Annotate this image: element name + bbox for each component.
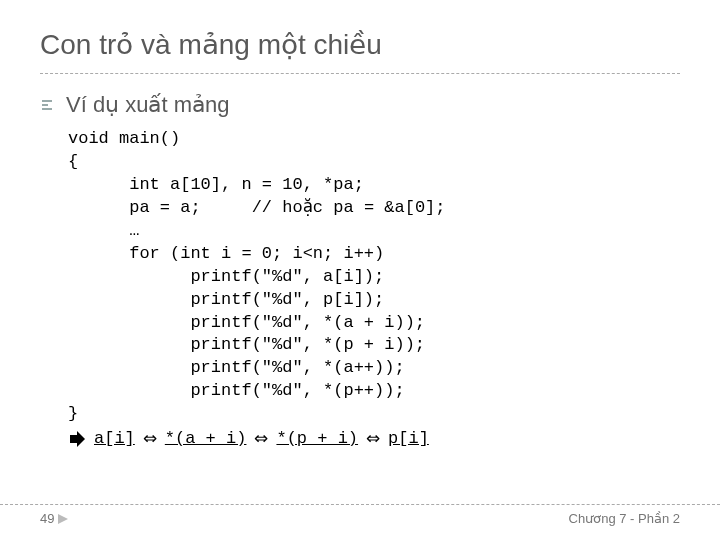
code-block: void main() { int a[10], n = 10, *pa; pa… [68, 128, 680, 426]
arrow-right-icon [68, 430, 86, 448]
summary-p3: *(p + i) [276, 429, 358, 448]
footer-left: 49 [40, 511, 68, 526]
summary-p4: p[i] [388, 429, 429, 448]
bullet-icon [40, 97, 56, 113]
equiv-icon: ⇔ [366, 428, 380, 449]
svg-marker-3 [58, 514, 68, 524]
footer-chapter: Chương 7 - Phần 2 [569, 511, 680, 526]
summary-row: a[i] ⇔ *(a + i) ⇔ *(p + i) ⇔ p[i] [68, 428, 680, 449]
slide-title: Con trỏ và mảng một chiều [40, 28, 680, 74]
equiv-icon: ⇔ [143, 428, 157, 449]
footer: 49 Chương 7 - Phần 2 [0, 504, 720, 526]
equiv-icon: ⇔ [254, 428, 268, 449]
subtitle-row: Ví dụ xuất mảng [40, 92, 680, 118]
summary-p1: a[i] [94, 429, 135, 448]
summary-p2: *(a + i) [165, 429, 247, 448]
triangle-icon [58, 514, 68, 524]
slide-subtitle: Ví dụ xuất mảng [66, 92, 230, 118]
page-number: 49 [40, 511, 54, 526]
